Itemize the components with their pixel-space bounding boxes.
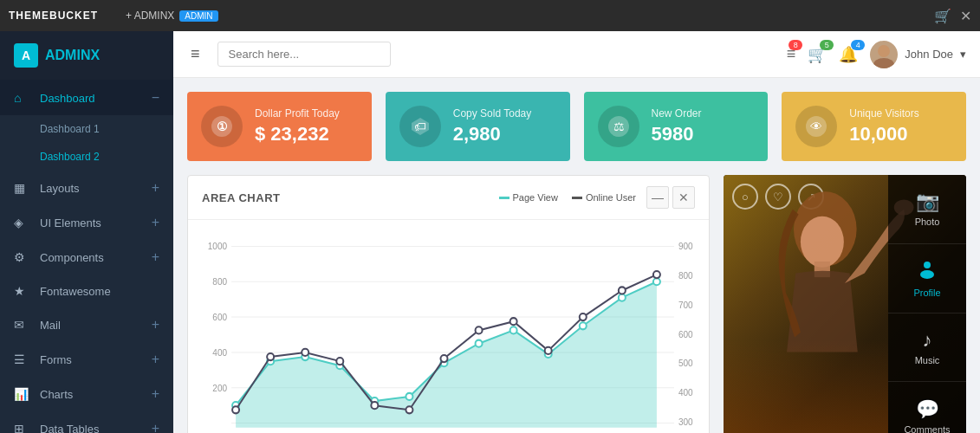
svg-point-41 <box>232 406 239 413</box>
sidebar-item-label-fontawesome: Fontawesome <box>40 285 159 298</box>
user-menu[interactable]: John Doe ▾ <box>870 41 966 68</box>
right-icon-profile[interactable]: Profile <box>888 244 966 313</box>
copy-sold-text: Copy Sold Today 2,980 <box>453 107 556 145</box>
svg-point-33 <box>406 393 412 400</box>
expand-charts-icon[interactable]: + <box>152 386 159 402</box>
svg-text:400: 400 <box>212 348 227 358</box>
svg-text:👁: 👁 <box>810 120 822 133</box>
tab-bar: THEMEBUCKET + ADMINX ADMIN 🛒 ✕ <box>0 0 980 31</box>
svg-point-59 <box>920 270 934 279</box>
sidebar-item-ui-elements[interactable]: ◈ UI Elements + <box>0 205 173 240</box>
top-header: ≡ ≡ 8 🛒 5 🔔 4 <box>173 31 980 78</box>
sidebar-header: A ADMINX <box>0 31 173 81</box>
sidebar-item-fontawesome[interactable]: ★ Fontawesome <box>0 275 173 307</box>
dashboard-1-label: Dashboard 1 <box>40 123 100 135</box>
search-input[interactable] <box>217 42 391 67</box>
expand-layouts-icon[interactable]: + <box>152 180 159 196</box>
right-icon-music[interactable]: ♪ Music <box>888 313 966 383</box>
bell-badge: 4 <box>851 40 865 50</box>
fontawesome-icon: ★ <box>14 284 31 298</box>
legend-online-user: Online User <box>586 192 636 203</box>
svg-point-46 <box>406 406 412 413</box>
svg-text:🏷: 🏷 <box>414 120 426 133</box>
svg-text:800: 800 <box>212 277 227 287</box>
sidebar-item-forms[interactable]: ☰ Forms + <box>0 342 173 377</box>
sidebar-item-components[interactable]: ⚙ Components + <box>0 240 173 275</box>
admin-badge: ADMIN <box>179 10 217 22</box>
list-icon-button[interactable]: ≡ 8 <box>787 45 796 63</box>
tab-adminx[interactable]: + ADMINX ADMIN <box>115 0 229 31</box>
sidebar-item-label-charts: Charts <box>40 388 152 401</box>
copy-sold-value: 2,980 <box>453 123 556 145</box>
svg-text:800: 800 <box>678 271 693 281</box>
music-label: Music <box>915 355 940 365</box>
right-icon-photo[interactable]: 📷 Photo <box>888 175 966 244</box>
avatar <box>870 41 898 68</box>
svg-point-55 <box>801 216 844 268</box>
collapse-dashboard-icon[interactable]: − <box>152 90 159 106</box>
svg-point-35 <box>476 340 483 347</box>
components-icon: ⚙ <box>14 250 31 264</box>
stat-card-unique-visitors: 👁 Unique Visitors 10,000 <box>782 92 966 161</box>
new-order-text: New Order 5980 <box>652 107 755 145</box>
sidebar-item-layouts[interactable]: ▦ Layouts + <box>0 171 173 205</box>
brand-label: THEMEBUCKET <box>9 10 98 22</box>
svg-text:400: 400 <box>678 388 693 397</box>
expand-forms-icon[interactable]: + <box>152 352 159 367</box>
new-order-label: New Order <box>652 107 755 120</box>
sidebar-item-dashboard-2[interactable]: Dashboard 2 <box>0 143 173 171</box>
expand-ui-icon[interactable]: + <box>152 215 159 230</box>
chart-body: 1000 800 600 400 200 900 800 700 600 500… <box>188 220 709 433</box>
sidebar-item-label-forms: Forms <box>40 353 152 366</box>
data-tables-icon: ⊞ <box>14 422 31 433</box>
dollar-profit-value: $ 23,232 <box>255 123 358 145</box>
svg-point-43 <box>302 349 308 356</box>
cart-tab-icon[interactable]: 🛒 <box>934 8 951 24</box>
right-icon-comments[interactable]: 💬 Comments <box>888 382 966 433</box>
app-wrapper: A ADMINX ⌂ Dashboard − Dashboard 1 Dashb… <box>0 31 980 433</box>
charts-icon: 📊 <box>14 387 31 401</box>
chart-header: AREA CHART Page View Online User — <box>188 176 709 220</box>
user-chevron-icon: ▾ <box>960 48 966 61</box>
right-panel: ○ ♡ ↗ <box>724 175 966 433</box>
svg-point-1 <box>873 58 894 68</box>
svg-text:①: ① <box>217 120 228 133</box>
cart-badge: 5 <box>820 40 834 50</box>
svg-point-42 <box>267 353 274 360</box>
svg-point-38 <box>580 322 587 329</box>
dollar-profit-label: Dollar Profit Today <box>255 107 358 120</box>
sidebar-item-label-data-tables: Data Tables <box>40 423 152 434</box>
sidebar-item-charts[interactable]: 📊 Charts + <box>0 377 173 411</box>
bell-icon-button[interactable]: 🔔 4 <box>839 45 858 64</box>
svg-point-48 <box>476 326 483 333</box>
svg-text:900: 900 <box>678 242 693 251</box>
sidebar-item-label-ui: UI Elements <box>40 216 152 229</box>
expand-data-tables-icon[interactable]: + <box>152 421 159 433</box>
expand-mail-icon[interactable]: + <box>152 317 159 333</box>
stat-card-dollar-profit: ① Dollar Profit Today $ 23,232 <box>187 92 372 161</box>
expand-components-icon[interactable]: + <box>152 249 159 265</box>
chart-minimize-button[interactable]: — <box>646 186 669 209</box>
mail-icon: ✉ <box>14 318 31 332</box>
svg-point-51 <box>580 313 587 320</box>
sidebar-item-mail[interactable]: ✉ Mail + <box>0 307 173 342</box>
sidebar-item-dashboard-1[interactable]: Dashboard 1 <box>0 115 173 143</box>
chart-close-button[interactable]: ✕ <box>672 186 695 209</box>
tab-plus-icon: + ADMINX <box>126 10 174 22</box>
cart-icon-button[interactable]: 🛒 5 <box>808 45 827 64</box>
new-order-value: 5980 <box>652 123 755 145</box>
sidebar-item-dashboard[interactable]: ⌂ Dashboard − <box>0 81 173 115</box>
svg-point-40 <box>653 278 660 285</box>
dollar-profit-text: Dollar Profit Today $ 23,232 <box>255 107 358 145</box>
hamburger-button[interactable]: ≡ <box>187 42 204 67</box>
chart-title: AREA CHART <box>202 191 499 204</box>
sidebar-item-data-tables[interactable]: ⊞ Data Tables + <box>0 411 173 433</box>
photo-background: ○ ♡ ↗ <box>724 175 966 433</box>
forms-icon: ☰ <box>14 352 31 366</box>
profile-icon <box>917 258 938 284</box>
close-tab-icon[interactable]: ✕ <box>960 8 971 24</box>
photo-icon: 📷 <box>916 191 939 213</box>
svg-text:1000: 1000 <box>208 242 228 251</box>
copy-sold-label: Copy Sold Today <box>453 107 556 120</box>
stat-card-copy-sold: 🏷 Copy Sold Today 2,980 <box>386 92 570 161</box>
